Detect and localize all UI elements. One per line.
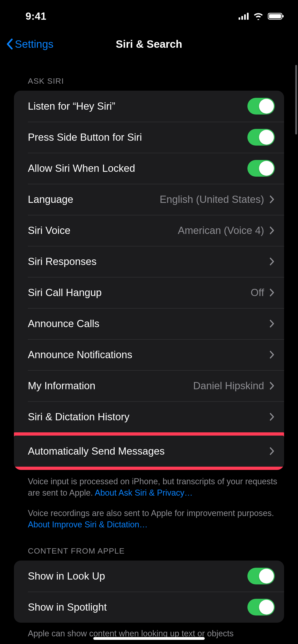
home-indicator xyxy=(93,637,205,640)
row-label: Siri & Dictation History xyxy=(28,411,130,422)
chevron-right-icon xyxy=(269,319,275,328)
row-show-look-up[interactable]: Show in Look Up xyxy=(14,560,284,592)
scroll-indicator[interactable] xyxy=(295,65,297,134)
content-from-apple-group: Show in Look Up Show in Spotlight xyxy=(14,560,284,623)
page-title: Siri & Search xyxy=(116,38,182,50)
row-show-spotlight[interactable]: Show in Spotlight xyxy=(14,592,284,623)
row-siri-responses[interactable]: Siri Responses xyxy=(14,246,284,277)
row-label: Siri Voice xyxy=(28,225,70,236)
screen: 9:41 Settings Siri & Search ASK SIRI xyxy=(0,0,298,644)
row-label: Language xyxy=(28,194,73,205)
row-label: Siri Call Hangup xyxy=(28,287,102,298)
toggle-when-locked[interactable] xyxy=(247,160,275,177)
svg-rect-5 xyxy=(269,14,281,18)
battery-icon xyxy=(268,12,284,20)
nav-bar: Settings Siri & Search xyxy=(0,32,298,56)
row-announce-notifications[interactable]: Announce Notifications xyxy=(14,339,284,370)
row-side-button[interactable]: Press Side Button for Siri xyxy=(14,122,284,153)
link-improve-siri[interactable]: About Improve Siri & Dictation… xyxy=(28,520,148,529)
row-label: Automatically Send Messages xyxy=(28,445,165,457)
chevron-right-icon xyxy=(269,446,275,456)
row-label: Press Side Button for Siri xyxy=(28,132,142,143)
row-label: Show in Spotlight xyxy=(28,601,107,613)
row-siri-voice[interactable]: Siri Voice American (Voice 4) xyxy=(14,215,284,246)
cellular-icon xyxy=(239,13,249,20)
svg-rect-0 xyxy=(239,18,240,20)
status-bar: 9:41 xyxy=(0,0,298,32)
row-label: Listen for “Hey Siri” xyxy=(28,100,115,112)
content-from-apple-footer-truncated: Apple can show content when looking up t… xyxy=(0,623,298,638)
toggle-knob xyxy=(259,161,274,176)
row-call-hangup[interactable]: Siri Call Hangup Off xyxy=(14,277,284,308)
chevron-right-icon xyxy=(269,226,275,235)
svg-rect-3 xyxy=(247,13,248,20)
svg-rect-1 xyxy=(241,16,243,20)
chevron-left-icon xyxy=(6,38,14,50)
chevron-right-icon xyxy=(269,257,275,266)
row-label: Show in Look Up xyxy=(28,570,105,582)
ask-siri-group: Listen for “Hey Siri” Press Side Button … xyxy=(14,91,284,470)
toggle-knob xyxy=(259,600,274,614)
chevron-right-icon xyxy=(269,381,275,390)
row-value: American (Voice 4) xyxy=(178,225,264,236)
toggle-side-button[interactable] xyxy=(247,129,275,146)
chevron-right-icon xyxy=(269,195,275,204)
svg-rect-2 xyxy=(244,14,246,20)
section-header-ask-siri: ASK SIRI xyxy=(0,70,298,91)
row-label: Allow Siri When Locked xyxy=(28,162,135,174)
row-label: Siri Responses xyxy=(28,256,97,267)
toggle-look-up[interactable] xyxy=(247,568,275,584)
toggle-knob xyxy=(259,569,274,584)
svg-rect-6 xyxy=(282,15,283,18)
toggle-spotlight[interactable] xyxy=(247,599,275,616)
row-label: Announce Calls xyxy=(28,318,99,330)
content: ASK SIRI Listen for “Hey Siri” Press Sid… xyxy=(0,56,298,638)
row-announce-calls[interactable]: Announce Calls xyxy=(14,308,284,339)
row-label: Announce Notifications xyxy=(28,349,132,360)
row-my-information[interactable]: My Information Daniel Hipskind xyxy=(14,370,284,401)
chevron-right-icon xyxy=(269,350,275,359)
toggle-knob xyxy=(259,99,274,114)
back-button[interactable]: Settings xyxy=(6,32,53,56)
row-hey-siri[interactable]: Listen for “Hey Siri” xyxy=(14,91,284,122)
row-value: English (United States) xyxy=(160,194,264,205)
row-value: Daniel Hipskind xyxy=(193,380,264,392)
row-value: Off xyxy=(251,287,264,298)
chevron-right-icon xyxy=(269,412,275,422)
section-header-content-from-apple: CONTENT FROM APPLE xyxy=(0,530,298,560)
row-label: My Information xyxy=(28,380,95,392)
status-time: 9:41 xyxy=(26,10,47,22)
row-language[interactable]: Language English (United States) xyxy=(14,184,284,215)
footer-text-2: Voice recordings are also sent to Apple … xyxy=(28,508,274,518)
back-label: Settings xyxy=(15,38,53,50)
highlight-auto-send: Automatically Send Messages xyxy=(14,432,284,470)
wifi-icon xyxy=(253,12,264,20)
ask-siri-footer: Voice input is processed on iPhone, but … xyxy=(0,470,298,530)
chevron-right-icon xyxy=(269,288,275,297)
status-indicators xyxy=(239,12,284,20)
link-ask-siri-privacy[interactable]: About Ask Siri & Privacy… xyxy=(95,488,193,498)
toggle-hey-siri[interactable] xyxy=(247,98,275,114)
row-when-locked[interactable]: Allow Siri When Locked xyxy=(14,153,284,184)
row-siri-history[interactable]: Siri & Dictation History xyxy=(14,401,284,432)
toggle-knob xyxy=(259,130,274,145)
row-auto-send-messages[interactable]: Automatically Send Messages xyxy=(14,436,284,467)
